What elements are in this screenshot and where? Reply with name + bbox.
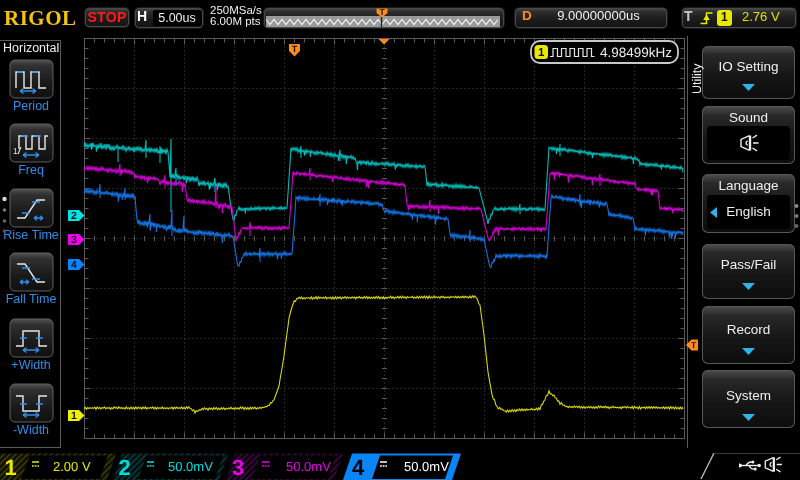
- svg-text:50.0mV: 50.0mV: [404, 459, 449, 474]
- svg-text:4: 4: [352, 455, 365, 480]
- svg-text:4: 4: [71, 259, 77, 271]
- svg-text:1: 1: [538, 47, 545, 59]
- svg-text:2: 2: [119, 455, 131, 480]
- svg-text:2.00 V: 2.00 V: [53, 459, 91, 474]
- svg-text:T: T: [292, 44, 298, 54]
- svg-text:50.0mV: 50.0mV: [286, 459, 331, 474]
- svg-text:3: 3: [71, 234, 77, 246]
- svg-text:Utility: Utility: [690, 63, 704, 94]
- svg-text:4.98499kHz: 4.98499kHz: [600, 45, 672, 60]
- svg-text:1: 1: [71, 410, 77, 422]
- svg-text:1: 1: [13, 146, 18, 156]
- svg-text:T: T: [691, 340, 697, 350]
- svg-text:3: 3: [232, 455, 244, 480]
- svg-text:50.0mV: 50.0mV: [168, 459, 213, 474]
- svg-text:1: 1: [5, 455, 17, 480]
- svg-text:T: T: [379, 7, 385, 17]
- svg-text:2: 2: [71, 210, 77, 222]
